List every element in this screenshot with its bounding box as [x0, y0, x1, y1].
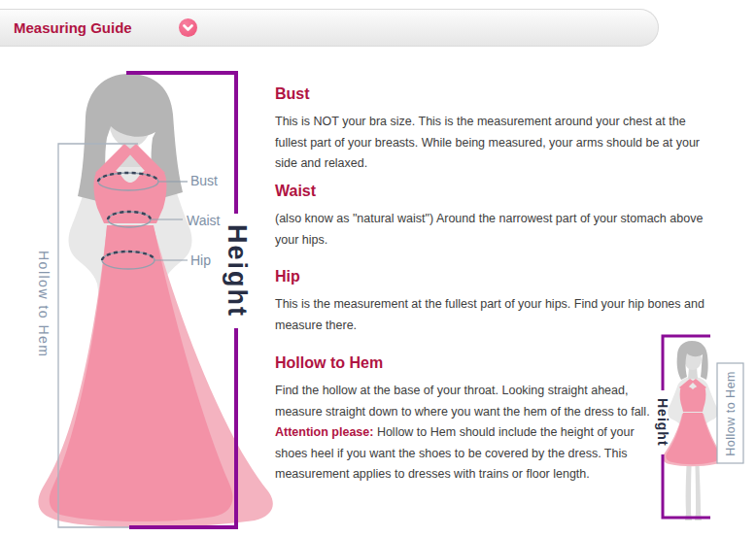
- hollow-to-hem-vertical-label-small: Hollow to Hem: [717, 363, 743, 463]
- waist-pointer-label: Waist: [187, 213, 220, 228]
- section-hollow-body: Find the hollow at the base of your thro…: [275, 381, 664, 486]
- bust-pointer-label: Bust: [190, 173, 218, 188]
- section-hip: Hip This is the measurement at the fulle…: [275, 267, 724, 336]
- hollow-to-hem-vertical-label-large: Hollow to Hem: [31, 239, 56, 369]
- height-vertical-label-large: Height: [218, 210, 255, 332]
- measuring-guide-header: Measuring Guide: [0, 9, 659, 47]
- height-vertical-label-small: Height: [651, 388, 674, 456]
- attention-please-label: Attention please:: [275, 425, 373, 439]
- chevron-down-icon[interactable]: [179, 18, 197, 37]
- page-title: Measuring Guide: [14, 19, 132, 36]
- section-bust: Bust This is NOT your bra size. This is …: [275, 84, 724, 175]
- hip-pointer-label: Hip: [190, 252, 211, 268]
- section-hollow-to-hem: Hollow to Hem Find the hollow at the bas…: [275, 353, 664, 486]
- hollow-body-part1: Find the hollow at the base of your thro…: [275, 384, 650, 419]
- section-hip-heading: Hip: [275, 267, 724, 285]
- section-hollow-heading: Hollow to Hem: [275, 353, 664, 372]
- chevron-glyph: [183, 24, 193, 32]
- measuring-guide-page: Measuring Guide: [0, 0, 756, 537]
- section-bust-heading: Bust: [275, 84, 724, 103]
- section-waist-heading: Waist: [275, 182, 724, 200]
- section-waist-body: (also know as "natural waist") Around th…: [275, 209, 724, 251]
- section-waist: Waist (also know as "natural waist") Aro…: [275, 182, 724, 251]
- section-bust-body: This is NOT your bra size. This is the m…: [275, 112, 724, 175]
